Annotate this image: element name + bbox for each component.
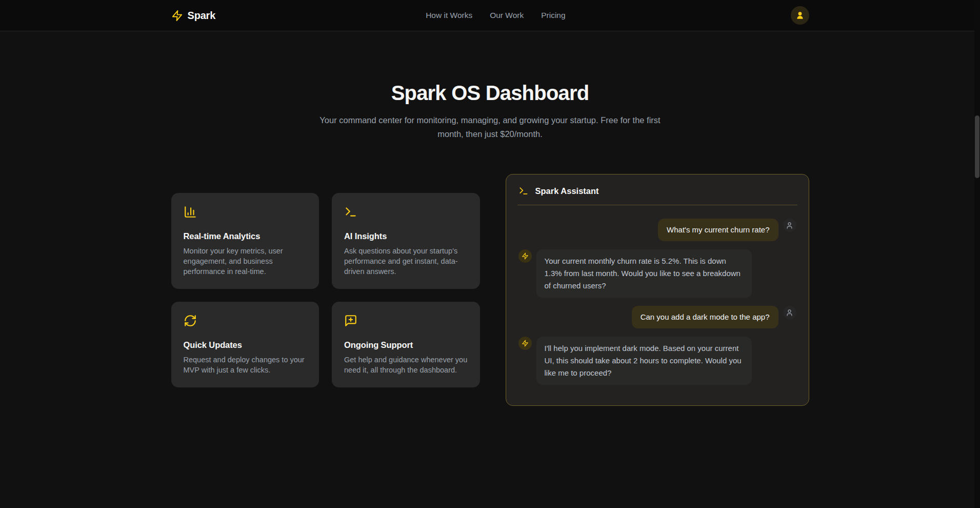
feature-card-quick-updates: Quick Updates Request and deploy changes… <box>171 302 319 387</box>
user-message-bubble: Can you add a dark mode to the app? <box>632 306 778 328</box>
terminal-icon <box>344 211 357 220</box>
user-icon <box>786 222 793 229</box>
brand-logo[interactable]: Spark <box>171 10 216 22</box>
feature-card-real-time-analytics: Real-time Analytics Monitor your key met… <box>171 193 319 289</box>
brand-name: Spark <box>188 10 216 22</box>
user-avatar <box>783 219 796 232</box>
user-icon <box>786 309 793 317</box>
chat-message-user: Can you add a dark mode to the app? <box>518 306 796 328</box>
nav-link-our-work[interactable]: Our Work <box>490 11 524 20</box>
feature-description: Ask questions about your startup's perfo… <box>344 246 468 277</box>
feature-grid: Real-time Analytics Monitor your key met… <box>171 193 480 387</box>
spark-assistant-avatar <box>518 249 532 263</box>
spark-zap-icon <box>171 10 183 22</box>
zap-icon <box>522 252 529 260</box>
feature-title: AI Insights <box>344 231 468 241</box>
feature-description: Get help and guidance whenever you need … <box>344 355 468 375</box>
refresh-icon <box>184 320 197 329</box>
nav-link-how-it-works[interactable]: How it Works <box>426 11 472 20</box>
feature-title: Quick Updates <box>184 340 307 350</box>
chat-message-list: What's my current churn rate? Your curre… <box>506 205 809 405</box>
zap-icon <box>522 340 529 347</box>
terminal-icon <box>518 186 529 196</box>
feature-title: Ongoing Support <box>344 340 468 350</box>
assistant-title: Spark Assistant <box>535 186 599 196</box>
page: Spark How it Works Our Work Pricing Spar… <box>0 0 980 508</box>
bar-chart-icon <box>184 211 197 220</box>
spark-assistant-panel: Spark Assistant What's my current churn … <box>506 174 809 406</box>
feature-card-ongoing-support: Ongoing Support Get help and guidance wh… <box>332 302 480 387</box>
page-title: Spark OS Dashboard <box>0 82 980 105</box>
spark-assistant-avatar <box>518 337 532 350</box>
feature-title: Real-time Analytics <box>184 231 307 241</box>
assistant-message-bubble: Your current monthly churn rate is 5.2%.… <box>536 249 752 298</box>
scrollbar-thumb[interactable] <box>975 115 979 178</box>
account-avatar-button[interactable] <box>791 6 809 25</box>
chat-message-assistant: Your current monthly churn rate is 5.2%.… <box>518 249 796 298</box>
user-message-bubble: What's my current churn rate? <box>658 219 778 241</box>
assistant-header: Spark Assistant <box>506 174 809 205</box>
content-row: Real-time Analytics Monitor your key met… <box>171 174 809 406</box>
hero-section: Spark OS Dashboard Your command center f… <box>0 82 980 141</box>
main-content: Spark OS Dashboard Your command center f… <box>0 82 980 406</box>
hero-subtitle: Your command center for monitoring, mana… <box>311 113 670 141</box>
nav-links: How it Works Our Work Pricing <box>426 11 565 20</box>
nav-container: Spark How it Works Our Work Pricing <box>171 0 809 31</box>
chat-message-assistant: I'll help you implement dark mode. Based… <box>518 337 796 385</box>
message-square-plus-icon <box>344 320 357 329</box>
feature-card-ai-insights: AI Insights Ask questions about your sta… <box>332 193 480 289</box>
scrollbar-track[interactable] <box>974 0 980 508</box>
assistant-message-bubble: I'll help you implement dark mode. Based… <box>536 337 752 385</box>
feature-description: Request and deploy changes to your MVP w… <box>184 355 307 375</box>
chat-message-user: What's my current churn rate? <box>518 219 796 241</box>
user-icon <box>795 11 805 20</box>
feature-description: Monitor your key metrics, user engagemen… <box>184 246 307 277</box>
nav-link-pricing[interactable]: Pricing <box>541 11 565 20</box>
top-nav: Spark How it Works Our Work Pricing <box>0 0 980 31</box>
user-avatar <box>783 306 796 319</box>
